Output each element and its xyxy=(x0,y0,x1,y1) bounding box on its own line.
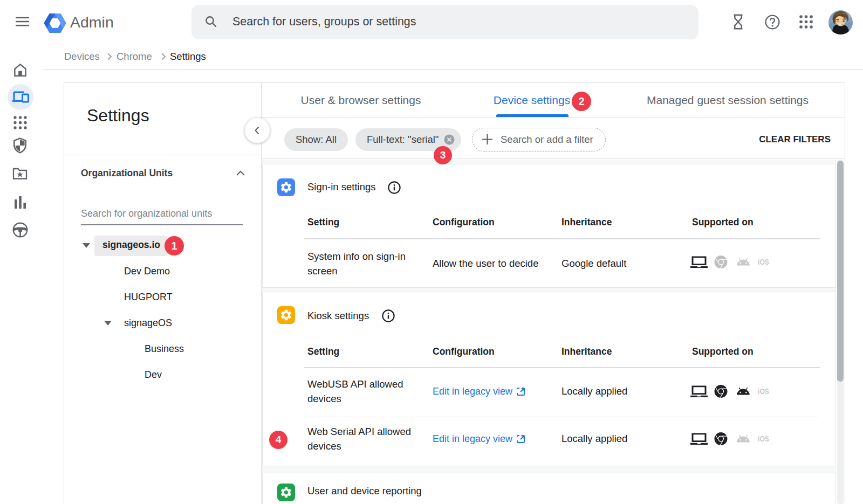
svg-text:iOS: iOS xyxy=(758,434,769,443)
svg-text:iOS: iOS xyxy=(758,386,769,396)
svg-text:iOS: iOS xyxy=(758,257,769,266)
